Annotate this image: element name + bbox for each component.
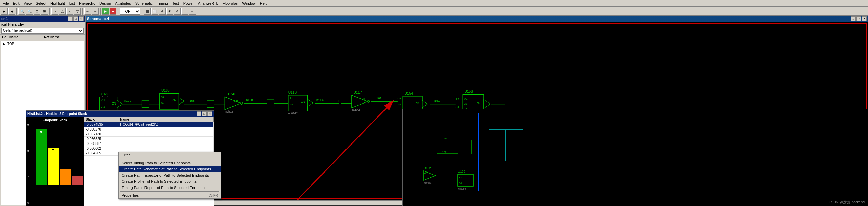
menu-edit[interactable]: Edit: [11, 1, 22, 6]
hist-row-1[interactable]: -0.066270: [84, 127, 214, 132]
bar-2-label: 7: [52, 149, 54, 152]
svg-text:A2: A2: [459, 182, 462, 184]
svg-text:ZN: ZN: [424, 171, 427, 174]
panel-minimize-btn[interactable]: _: [68, 16, 73, 21]
bottom-schematic[interactable]: U152 ZN nd02d1 U153 A1 A2 nd02d0 n149 n1…: [402, 109, 868, 206]
gate-U169[interactable]: U169 nd02d1 A1 A2 ZN: [100, 92, 123, 111]
toolbar-zoom-fit[interactable]: ⊡: [34, 8, 40, 15]
gate-U150[interactable]: U150 invbd2 ZN: [225, 92, 243, 113]
toolbar-icon-3[interactable]: ⊕: [159, 8, 166, 15]
gate-U165[interactable]: U165 nd02d2 A1 A2 ZN: [160, 88, 184, 113]
svg-text:ZN: ZN: [476, 101, 480, 105]
toolbar-icon-6[interactable]: ↕: [181, 8, 188, 15]
toolbar-zoom-in[interactable]: 🔍: [18, 8, 25, 15]
toolbar-icon-7[interactable]: ↔: [189, 8, 196, 15]
toolbar-icon-5[interactable]: ⊙: [174, 8, 181, 15]
menu-select[interactable]: Select: [34, 1, 48, 6]
svg-text:A1: A1: [459, 176, 462, 179]
toolbar-sep-5: [118, 8, 118, 15]
menu-highlight[interactable]: Highlight: [48, 1, 67, 6]
toolbar-zoom-sel[interactable]: ⊞: [41, 8, 48, 15]
svg-text:nd02d1: nd02d1: [424, 182, 431, 184]
toolbar-icon-4[interactable]: ⊗: [166, 8, 173, 15]
ctx-select-timing[interactable]: Select Timing Path to Selected Endpoints: [119, 160, 221, 166]
menu-file[interactable]: File: [1, 1, 11, 6]
hist-cell-slack-4: -0.065887: [84, 141, 118, 146]
tree-item-top[interactable]: ▶ TOP: [2, 42, 83, 46]
menu-power[interactable]: Power: [181, 1, 196, 6]
toolbar-sep-6: [142, 8, 142, 15]
toolbar-zoom-out[interactable]: 🔍: [26, 8, 33, 15]
gate-U116[interactable]: U116 nd02d2 A1 A2 ZN: [288, 91, 313, 115]
hist-cell-name-1: [118, 127, 214, 132]
toolbar: ▶ ◀ 🔍 🔍 ⊡ ⊞ ▷ △ ◁ ▽ ↩ ↪ ▶ ■ TOP ⬛ ⬜ ⊕ ⊗ …: [0, 7, 868, 16]
ctx-timing-paths-report[interactable]: Timing Paths Report of Path to Selected …: [119, 184, 221, 191]
svg-text:n114: n114: [316, 98, 324, 102]
svg-point-25: [241, 102, 243, 104]
ctx-create-path-schematic[interactable]: Create Path Schematic of Path to Selecte…: [119, 166, 221, 172]
toolbar-icon-1[interactable]: ⬛: [144, 8, 151, 15]
svg-text:I: I: [338, 99, 339, 103]
menu-window[interactable]: Window: [240, 1, 258, 6]
menu-schematic[interactable]: Schematic: [133, 1, 155, 6]
toolbar-btn-1[interactable]: ▶: [1, 8, 8, 15]
schematic-close-btn[interactable]: ✕: [862, 16, 867, 21]
toolbar-stop[interactable]: ■: [110, 8, 116, 15]
svg-text:U153: U153: [458, 170, 465, 173]
svg-marker-44: [352, 95, 367, 108]
menu-help[interactable]: Help: [258, 1, 270, 6]
ctx-create-path-inspector[interactable]: Create Path Inspector of Path to Selecte…: [119, 172, 221, 178]
menu-timing[interactable]: Timing: [155, 1, 170, 6]
gate-U152[interactable]: U152 ZN nd02d1: [424, 166, 436, 184]
menu-attributes[interactable]: Attributes: [113, 1, 133, 6]
toolbar-btn-4[interactable]: △: [59, 8, 66, 15]
hierarchy-dropdown[interactable]: TOP: [120, 8, 140, 15]
histlist-close[interactable]: ✕: [207, 111, 212, 116]
toolbar-undo[interactable]: ↩: [84, 8, 91, 15]
schematic-minimize-btn[interactable]: _: [851, 16, 856, 21]
svg-rect-29: [267, 100, 274, 107]
ctx-create-profiler[interactable]: Create Profiler of Path to Selected Endp…: [119, 178, 221, 184]
toolbar-redo[interactable]: ↪: [92, 8, 99, 15]
histlist-title: HistList.2 - HistList.2 Endpoint Slack: [27, 112, 87, 116]
schematic-restore-btn[interactable]: □: [856, 16, 861, 21]
hist-row-2[interactable]: -0.067130: [84, 132, 214, 137]
menu-analyzertl[interactable]: AnalyzeRTL: [196, 1, 221, 6]
svg-text:ZN: ZN: [361, 97, 365, 101]
hist-row-4[interactable]: -0.065887: [84, 141, 214, 146]
ctx-create-path-schematic-label: Create Path Schematic of Path to Selecte…: [122, 167, 211, 171]
ctx-filter[interactable]: Filter...: [119, 152, 221, 158]
hist-row-5[interactable]: -0.066002: [84, 146, 214, 151]
menu-view[interactable]: View: [22, 1, 34, 6]
toolbar-icon-2[interactable]: ⬜: [151, 8, 158, 15]
ctx-properties[interactable]: Properties Ctrl+R: [119, 192, 221, 198]
toolbar-btn-3[interactable]: ▷: [51, 8, 58, 15]
toolbar-btn-6[interactable]: ▽: [74, 8, 81, 15]
gate-U117[interactable]: U117 invbd4 ZN: [352, 91, 370, 112]
panel-maximize-btn[interactable]: □: [73, 16, 78, 21]
menu-design[interactable]: Design: [97, 1, 113, 6]
svg-marker-54: [422, 100, 427, 108]
histlist-restore[interactable]: □: [202, 111, 207, 116]
toolbar-btn-5[interactable]: ◁: [66, 8, 73, 15]
svg-text:A2: A2: [101, 105, 105, 108]
menu-test[interactable]: Test: [170, 1, 181, 6]
hist-row-3[interactable]: -0.066525: [84, 137, 214, 141]
histlist-minimize[interactable]: _: [197, 111, 201, 116]
menu-hierarchy[interactable]: Hierarchy: [77, 1, 97, 6]
cells-dropdown[interactable]: Cells (Hierarchical): [1, 28, 84, 34]
panel-close-btn[interactable]: ✕: [79, 16, 84, 21]
svg-text:A2: A2: [398, 104, 401, 107]
toolbar-btn-2[interactable]: ◀: [8, 8, 15, 15]
schematic-title: Schematic.4: [87, 17, 109, 21]
menu-floorplan[interactable]: Floorplan: [221, 1, 240, 6]
svg-text:invbd4: invbd4: [352, 109, 360, 112]
hist-row-0[interactable]: -0.0674535 I_COUNT/PCint_reg[2]/D: [84, 122, 214, 127]
menu-list[interactable]: List: [67, 1, 77, 6]
gate-U153[interactable]: U153 A1 A2 nd02d0: [458, 170, 473, 190]
col-cell-name: Cell Name: [1, 35, 42, 39]
schematic-window-buttons: _ □ ✕: [851, 16, 867, 21]
hist-cell-name-2: [118, 132, 214, 136]
svg-text:ZN: ZN: [234, 99, 238, 102]
toolbar-run[interactable]: ▶: [102, 8, 109, 15]
